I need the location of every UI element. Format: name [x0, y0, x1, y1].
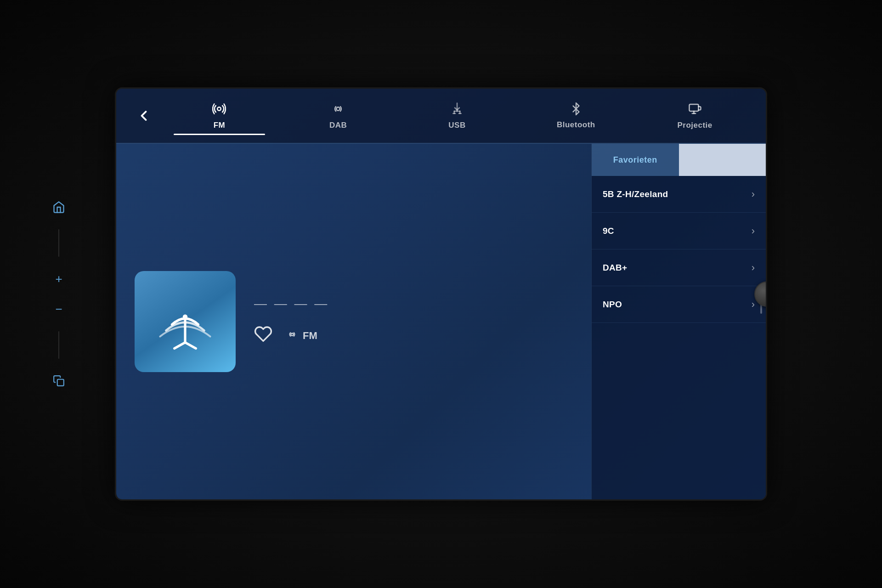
projectie-icon [688, 102, 702, 118]
car-frame: + − [0, 0, 882, 588]
svg-rect-0 [57, 379, 64, 386]
chevron-right-icon-3: › [752, 262, 755, 274]
favorite-item-3-name: DAB+ [603, 263, 627, 273]
favorite-item-1-name: 5B Z-H/Zeeland [603, 189, 668, 199]
favorite-item-4[interactable]: NPO › [592, 286, 766, 323]
station-art [135, 271, 236, 372]
fm-label: FM [303, 330, 317, 342]
side-divider-bottom [58, 331, 59, 359]
volume-up-button[interactable]: + [51, 271, 67, 287]
favorite-item-2[interactable]: 9C › [592, 213, 766, 249]
chevron-right-icon-1: › [752, 188, 755, 200]
favorite-item-3[interactable]: DAB+ › [592, 249, 766, 286]
favorite-button[interactable] [254, 325, 272, 347]
tab-usb[interactable]: USB [400, 97, 514, 134]
svg-point-1 [218, 107, 221, 111]
screen-container: FM DAB [115, 87, 767, 501]
fm-icon [212, 102, 226, 118]
favorite-item-2-name: 9C [603, 226, 614, 236]
side-controls: + − [51, 199, 67, 389]
tab-fm-label: FM [214, 121, 226, 130]
svg-point-2 [336, 107, 340, 111]
top-nav: FM DAB [116, 89, 766, 144]
tab-dab[interactable]: DAB [281, 97, 396, 134]
signal-icon [286, 328, 298, 343]
volume-down-button[interactable]: − [51, 301, 67, 317]
favorite-item-1[interactable]: 5B Z-H/Zeeland › [592, 176, 766, 213]
copy-button[interactable] [51, 373, 67, 389]
favorites-list: 5B Z-H/Zeeland › 9C › DAB+ › NPO [592, 176, 766, 499]
svg-point-16 [291, 333, 293, 335]
right-panel: Favorieten 5B Z-H/Zeeland › 9C › [591, 144, 766, 499]
back-button[interactable] [130, 97, 158, 134]
tab-bluetooth-label: Bluetooth [557, 120, 595, 130]
main-screen: FM DAB [116, 89, 766, 499]
bluetooth-icon [570, 102, 582, 118]
fm-badge: FM [286, 328, 317, 343]
left-panel: — — — — [116, 144, 591, 499]
station-info: — — — — [254, 296, 329, 347]
svg-rect-9 [689, 104, 698, 111]
station-name-display: — — — — [254, 296, 329, 311]
main-content: — — — — [116, 144, 766, 499]
tab-usb-label: USB [448, 121, 465, 130]
tab-projectie-label: Projectie [677, 121, 712, 130]
favorites-tab-inactive[interactable] [679, 144, 766, 176]
side-divider-top [58, 229, 59, 257]
home-button[interactable] [51, 199, 67, 215]
usb-icon [450, 102, 464, 118]
tab-fm[interactable]: FM [162, 97, 277, 134]
dab-icon [331, 102, 345, 118]
svg-line-13 [175, 343, 185, 349]
tab-dab-label: DAB [329, 121, 347, 130]
tab-bluetooth[interactable]: Bluetooth [519, 97, 633, 134]
favorites-tab-active[interactable]: Favorieten [592, 144, 679, 176]
chevron-right-icon-2: › [752, 225, 755, 237]
svg-point-15 [183, 314, 187, 319]
favorites-header: Favorieten [592, 144, 766, 176]
station-controls: FM [254, 325, 329, 347]
tab-projectie[interactable]: Projectie [638, 97, 752, 134]
favorite-item-4-name: NPO [603, 300, 622, 310]
chevron-right-icon-4: › [752, 299, 755, 311]
svg-line-14 [185, 343, 196, 349]
